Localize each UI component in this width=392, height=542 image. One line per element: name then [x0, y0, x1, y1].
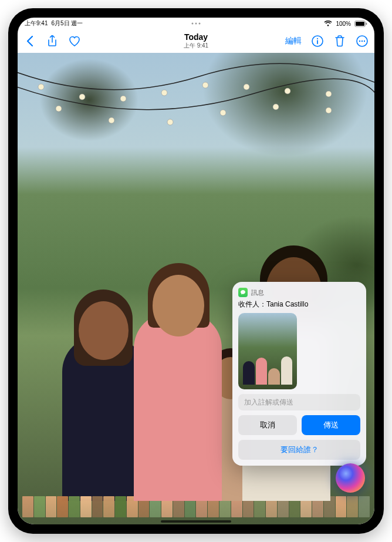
info-button[interactable]	[311, 35, 324, 48]
trash-button[interactable]	[333, 35, 346, 48]
filmstrip-thumb[interactable]	[115, 496, 126, 517]
svg-point-11	[79, 94, 85, 100]
svg-point-17	[326, 91, 332, 97]
status-time: 上午9:41	[25, 19, 48, 28]
svg-rect-5	[317, 40, 318, 44]
recipient-name: Tania Castillo	[266, 300, 308, 308]
reply-to-button[interactable]: 要回給誰？	[238, 440, 360, 460]
nav-subtitle: 上午 9:41	[184, 42, 208, 50]
svg-point-12	[120, 96, 126, 102]
share-button[interactable]	[46, 35, 59, 48]
screen: 上午9:41 6月5日 週一 100%	[18, 18, 374, 524]
svg-point-8	[361, 41, 363, 42]
more-button[interactable]	[356, 35, 369, 48]
attachment-thumbnail[interactable]	[238, 313, 297, 389]
status-date: 6月5日 週一	[51, 19, 83, 28]
multitasking-dots-icon[interactable]	[192, 23, 201, 25]
svg-point-13	[161, 90, 167, 96]
filmstrip-thumb[interactable]	[359, 496, 370, 517]
svg-point-10	[38, 84, 44, 90]
nav-title: Today	[184, 32, 208, 42]
svg-rect-2	[366, 22, 367, 25]
filmstrip-thumb[interactable]	[347, 496, 358, 517]
card-app-label: 訊息	[251, 288, 264, 297]
svg-point-18	[56, 106, 62, 112]
filmstrip-thumb[interactable]	[80, 496, 92, 517]
filmstrip-thumb[interactable]	[46, 496, 57, 517]
string-lights	[18, 53, 374, 170]
favorite-button[interactable]	[68, 35, 81, 48]
ipad-frame: 上午9:41 6月5日 週一 100%	[8, 8, 384, 534]
cancel-button[interactable]: 取消	[238, 415, 297, 435]
filmstrip-thumb[interactable]	[103, 496, 114, 517]
home-indicator[interactable]	[161, 520, 231, 523]
status-bar: 上午9:41 6月5日 週一 100%	[18, 18, 374, 29]
svg-point-16	[285, 88, 290, 94]
filmstrip-thumb[interactable]	[22, 496, 33, 517]
messages-app-icon	[238, 288, 248, 297]
filmstrip-thumb[interactable]	[92, 496, 103, 517]
svg-point-15	[244, 84, 249, 90]
filmstrip-thumb[interactable]	[34, 496, 45, 517]
svg-point-9	[364, 41, 365, 42]
filmstrip-thumb[interactable]	[69, 496, 80, 517]
battery-icon	[354, 21, 367, 27]
nav-title-area: Today 上午 9:41	[184, 32, 208, 50]
svg-point-21	[220, 110, 226, 116]
siri-share-card: 訊息 收件人：Tania Castillo 取消 傳送 要回給誰？	[232, 282, 366, 466]
back-button[interactable]	[23, 35, 36, 48]
siri-orb[interactable]	[336, 463, 365, 493]
nav-bar: Today 上午 9:41 編輯	[18, 29, 374, 53]
filmstrip-thumb[interactable]	[336, 496, 347, 517]
photo-viewer[interactable]: 訊息 收件人：Tania Castillo 取消 傳送 要回給誰？	[18, 53, 374, 524]
send-button[interactable]: 傳送	[302, 415, 360, 435]
svg-point-19	[109, 117, 114, 123]
svg-point-22	[273, 104, 279, 110]
card-recipient: 收件人：Tania Castillo	[238, 299, 360, 309]
comment-input[interactable]	[238, 394, 360, 410]
edit-button[interactable]: 編輯	[285, 36, 302, 46]
svg-point-23	[326, 107, 332, 113]
svg-point-7	[359, 41, 360, 42]
svg-point-14	[202, 82, 208, 88]
svg-point-20	[167, 119, 173, 125]
battery-percent: 100%	[336, 21, 351, 27]
svg-rect-1	[356, 22, 364, 26]
wifi-icon	[324, 21, 332, 26]
svg-point-4	[317, 38, 318, 39]
filmstrip-thumb[interactable]	[57, 496, 68, 517]
